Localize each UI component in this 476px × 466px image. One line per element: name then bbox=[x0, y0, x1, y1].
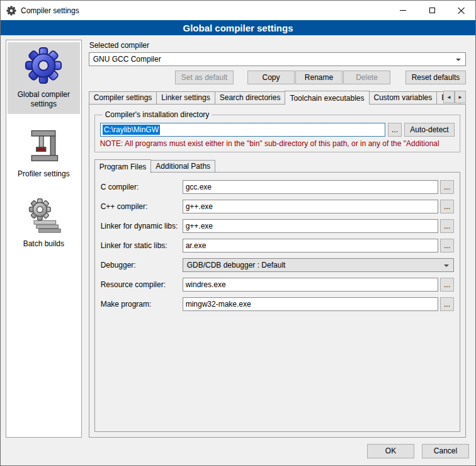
c-compiler-label: C compiler: bbox=[101, 183, 183, 191]
cancel-button[interactable]: Cancel bbox=[422, 444, 469, 458]
compiler-action-buttons: Set as default Copy Rename Delete Reset … bbox=[89, 71, 466, 84]
ok-button[interactable]: OK bbox=[367, 444, 414, 458]
install-dir-group-label: Compiler's installation directory bbox=[103, 110, 212, 119]
field-row-debugger: Debugger: GDB/CDB debugger : Default bbox=[101, 258, 454, 272]
reset-defaults-button[interactable]: Reset defaults bbox=[405, 71, 466, 84]
tab-scroll-controls: ◄ ► bbox=[443, 91, 466, 103]
rename-button[interactable]: Rename bbox=[295, 71, 343, 84]
dialog-header-title: Global compiler settings bbox=[1, 20, 475, 35]
cpp-compiler-input[interactable] bbox=[183, 200, 438, 213]
maximize-icon bbox=[429, 8, 435, 13]
field-row-resource-compiler: Resource compiler: ... bbox=[101, 278, 454, 292]
install-dir-row: C:\raylib\MinGW ... Auto-detect bbox=[100, 123, 455, 137]
debugger-select-value: GDB/CDB debugger : Default bbox=[187, 261, 286, 270]
install-dir-value: C:\raylib\MinGW bbox=[103, 125, 160, 135]
selected-compiler-label: Selected compiler bbox=[89, 41, 466, 50]
tab-compiler-settings[interactable]: Compiler settings bbox=[89, 91, 157, 104]
close-icon bbox=[457, 7, 465, 14]
settings-tab-bar: Compiler settings Linker settings Search… bbox=[89, 90, 466, 104]
install-dir-browse-button[interactable]: ... bbox=[388, 123, 402, 137]
linker-static-label: Linker for static libs: bbox=[101, 241, 183, 250]
c-compiler-browse-button[interactable]: ... bbox=[440, 180, 454, 194]
sidebar-item-label: Global compiler settings bbox=[9, 90, 79, 109]
field-row-linker-dynamic: Linker for dynamic libs: ... bbox=[101, 219, 454, 233]
tab-linker-settings[interactable]: Linker settings bbox=[156, 91, 215, 104]
arrow-left-icon: ◄ bbox=[446, 94, 451, 100]
profiler-tool-icon bbox=[25, 127, 62, 166]
compiler-gear-icon bbox=[24, 46, 63, 87]
toolchain-executables-panel: Compiler's installation directory C:\ray… bbox=[89, 104, 466, 438]
selected-compiler-select[interactable]: GNU GCC Compiler bbox=[89, 52, 466, 66]
sidebar-item-label: Profiler settings bbox=[18, 169, 70, 179]
compiler-settings-window: Compiler settings Global compiler settin… bbox=[0, 0, 476, 466]
tab-scroll-right-button[interactable]: ► bbox=[455, 91, 466, 103]
app-icon bbox=[6, 6, 16, 16]
arrow-right-icon: ► bbox=[458, 94, 463, 100]
batch-builds-gear-icon bbox=[25, 196, 62, 236]
linker-dynamic-input[interactable] bbox=[183, 219, 438, 233]
tab-search-directories[interactable]: Search directories bbox=[215, 91, 286, 104]
field-row-cpp-compiler: C++ compiler: ... bbox=[101, 200, 454, 213]
sidebar-item-label: Batch builds bbox=[23, 239, 64, 249]
chevron-down-icon bbox=[444, 264, 449, 267]
maximize-button[interactable] bbox=[417, 1, 446, 20]
tab-scroll-left-button[interactable]: ◄ bbox=[443, 91, 455, 103]
delete-button[interactable]: Delete bbox=[343, 71, 390, 84]
close-button[interactable] bbox=[446, 1, 475, 20]
field-row-c-compiler: C compiler: ... bbox=[101, 180, 454, 194]
linker-dynamic-label: Linker for dynamic libs: bbox=[101, 222, 183, 230]
linker-static-browse-button[interactable]: ... bbox=[440, 239, 454, 253]
sidebar-item-global-compiler-settings[interactable]: Global compiler settings bbox=[8, 42, 80, 114]
settings-category-list: Global compiler settings Profiler se bbox=[6, 40, 82, 438]
window-controls bbox=[388, 1, 475, 20]
auto-detect-button[interactable]: Auto-detect bbox=[404, 123, 455, 137]
main-settings-area: Selected compiler GNU GCC Compiler Set a… bbox=[89, 40, 470, 438]
cpp-compiler-browse-button[interactable]: ... bbox=[440, 200, 454, 213]
chevron-down-icon bbox=[456, 59, 461, 61]
make-program-label: Make program: bbox=[101, 300, 183, 309]
resource-compiler-input[interactable] bbox=[183, 278, 438, 292]
program-files-tab-bar: Program Files Additional Paths bbox=[94, 159, 460, 173]
sidebar-item-profiler-settings[interactable]: Profiler settings bbox=[8, 123, 80, 184]
titlebar: Compiler settings bbox=[1, 1, 475, 20]
resource-compiler-label: Resource compiler: bbox=[101, 280, 183, 289]
install-dir-input[interactable]: C:\raylib\MinGW bbox=[100, 123, 385, 137]
tab-toolchain-executables[interactable]: Toolchain executables bbox=[285, 91, 369, 105]
cpp-compiler-label: C++ compiler: bbox=[101, 202, 183, 211]
window-title: Compiler settings bbox=[21, 6, 79, 15]
dialog-footer: OK Cancel bbox=[1, 440, 475, 465]
program-files-panel: C compiler: ... C++ compiler: ... Linker… bbox=[94, 172, 460, 432]
linker-dynamic-browse-button[interactable]: ... bbox=[440, 219, 454, 233]
field-row-linker-static: Linker for static libs: ... bbox=[101, 239, 454, 253]
copy-button[interactable]: Copy bbox=[247, 71, 295, 84]
selected-compiler-value: GNU GCC Compiler bbox=[93, 55, 161, 64]
field-row-make-program: Make program: ... bbox=[101, 297, 454, 311]
linker-static-input[interactable] bbox=[183, 239, 438, 253]
make-program-input[interactable] bbox=[183, 297, 438, 311]
tab-custom-variables[interactable]: Custom variables bbox=[369, 91, 438, 104]
make-program-browse-button[interactable]: ... bbox=[440, 297, 454, 311]
sidebar-item-batch-builds[interactable]: Batch builds bbox=[8, 193, 80, 254]
minimize-button[interactable] bbox=[388, 1, 417, 20]
minimize-icon bbox=[400, 10, 406, 11]
dialog-body: Global compiler settings Profiler se bbox=[1, 35, 475, 440]
debugger-label: Debugger: bbox=[101, 261, 183, 270]
debugger-select[interactable]: GDB/CDB debugger : Default bbox=[183, 258, 454, 272]
resource-compiler-browse-button[interactable]: ... bbox=[440, 278, 454, 292]
tab-additional-paths[interactable]: Additional Paths bbox=[150, 160, 215, 173]
tab-program-files[interactable]: Program Files bbox=[94, 159, 152, 173]
set-as-default-button[interactable]: Set as default bbox=[175, 71, 234, 84]
install-dir-group: Compiler's installation directory C:\ray… bbox=[94, 110, 460, 152]
install-dir-note: NOTE: All programs must exist either in … bbox=[100, 139, 455, 148]
c-compiler-input[interactable] bbox=[183, 180, 438, 194]
